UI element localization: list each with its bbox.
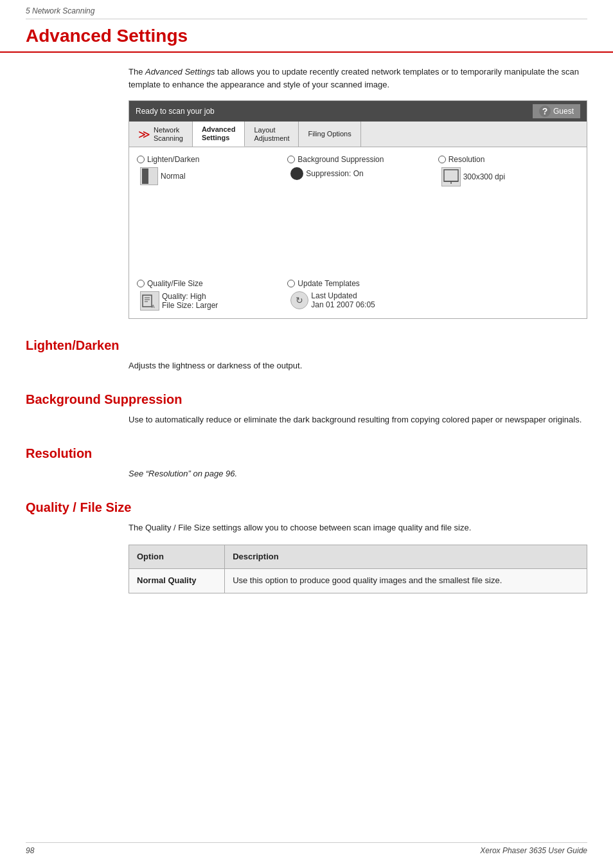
section-body-quality: The Quality / File Size settings allow y…: [129, 521, 587, 593]
table-header-description: Description: [225, 545, 587, 569]
resolution-icon: [441, 167, 461, 186]
guest-button[interactable]: ? Guest: [533, 104, 580, 118]
update-text-group: Last Updated Jan 01 2007 06:05: [311, 291, 375, 309]
tab-advanced-settings[interactable]: AdvancedSettings: [193, 122, 245, 147]
update-templates-radio[interactable]: [287, 280, 295, 287]
section-heading-lighten-darken: Lighten/Darken: [26, 338, 587, 353]
update-text1: Last Updated: [311, 291, 375, 300]
scanner-options-row2: Quality/File Size A Quality: Hig: [129, 276, 587, 318]
tab-network-scanning-label: NetworkScanning: [154, 126, 183, 143]
quality-icon: A: [140, 291, 159, 311]
scanner-panel: Ready to scan your job ? Guest ≫ Network…: [129, 100, 587, 319]
lighten-darken-slider[interactable]: [140, 167, 158, 185]
page-footer: 98 Xerox Phaser 3635 User Guide: [26, 842, 587, 855]
tab-network-scanning[interactable]: ≫ NetworkScanning: [129, 122, 193, 147]
intro-text: The Advanced Settings tab allows you to …: [129, 66, 613, 91]
scanner-header: Ready to scan your job ? Guest: [129, 101, 587, 122]
empty-col: [438, 279, 579, 311]
intro-text-before: The: [129, 67, 145, 77]
network-scan-icon: ≫: [138, 127, 150, 141]
update-icon: ↻: [290, 291, 308, 309]
svg-rect-3: [143, 295, 152, 307]
quality-text2: File Size: Larger: [162, 301, 218, 310]
footer-product: Xerox Phaser 3635 User Guide: [480, 846, 587, 855]
quality-label: Quality/File Size: [137, 279, 278, 288]
quality-text1: Quality: High: [162, 292, 218, 301]
bg-suppression-group: Background Suppression Suppression: On: [287, 155, 428, 268]
section-heading-resolution: Resolution: [26, 446, 587, 461]
lighten-darken-radio[interactable]: [137, 156, 145, 163]
footer-page-number: 98: [26, 846, 34, 855]
lighten-darken-text: Normal: [161, 172, 186, 181]
quality-table: Option Description Normal Quality Use th…: [129, 545, 587, 594]
resolution-text: 300x300 dpi: [463, 172, 505, 181]
bg-suppression-indicator[interactable]: [290, 167, 303, 180]
table-cell-option: Normal Quality: [129, 569, 225, 593]
scanner-options-row1: Lighten/Darken Normal Background Suppres…: [129, 147, 587, 276]
update-templates-label: Update Templates: [287, 279, 428, 288]
svg-rect-0: [444, 170, 458, 181]
update-templates-value: ↻ Last Updated Jan 01 2007 06:05: [290, 291, 428, 309]
resolution-value: 300x300 dpi: [441, 167, 579, 186]
section-body-bg-suppression: Use to automatically reduce or eliminate…: [129, 413, 587, 427]
tab-advanced-settings-label: AdvancedSettings: [202, 125, 236, 142]
resolution-group: Resolution 300x300 dpi: [438, 155, 579, 268]
page-title: Advanced Settings: [26, 26, 587, 51]
section-body-resolution: See “Resolution” on page 96.: [129, 467, 587, 481]
intro-italic: Advanced Settings: [145, 67, 215, 77]
bg-suppression-label: Background Suppression: [287, 155, 428, 164]
table-cell-description: Use this option to produce good quality …: [225, 569, 587, 593]
table-row: Normal Quality Use this option to produc…: [129, 569, 587, 593]
quality-radio[interactable]: [137, 280, 145, 287]
scanner-tabs: ≫ NetworkScanning AdvancedSettings Layou…: [129, 122, 587, 147]
tab-filing-options[interactable]: Filing Options: [299, 122, 360, 147]
scanner-header-text: Ready to scan your job: [136, 107, 215, 116]
svg-text:A: A: [152, 304, 155, 309]
quality-text-group: Quality: High File Size: Larger: [162, 292, 218, 310]
quality-value: A Quality: High File Size: Larger: [140, 291, 278, 311]
lighten-darken-value: Normal: [140, 167, 278, 185]
tab-layout-adjustment[interactable]: LayoutAdjustment: [245, 122, 299, 147]
tab-filing-options-label: Filing Options: [308, 130, 351, 138]
tab-layout-adjustment-label: LayoutAdjustment: [254, 126, 289, 143]
resolution-label: Resolution: [438, 155, 579, 164]
bg-suppression-value: Suppression: On: [290, 167, 428, 180]
guest-label: Guest: [553, 107, 574, 116]
section-heading-quality: Quality / File Size: [26, 500, 587, 515]
bg-suppression-text: Suppression: On: [306, 169, 363, 178]
quality-group: Quality/File Size A Quality: Hig: [137, 279, 278, 311]
section-body-lighten-darken: Adjusts the lightness or darkness of the…: [129, 359, 587, 373]
section-heading-bg-suppression: Background Suppression: [26, 392, 587, 407]
table-header-option: Option: [129, 545, 225, 569]
question-icon: ?: [539, 105, 551, 117]
resolution-radio[interactable]: [438, 156, 446, 163]
breadcrumb: 5 Network Scanning: [0, 0, 613, 19]
lighten-darken-label: Lighten/Darken: [137, 155, 278, 164]
page-title-section: Advanced Settings: [0, 19, 613, 53]
resolution-ref: See “Resolution” on page 96.: [129, 469, 237, 478]
bg-suppression-radio[interactable]: [287, 156, 295, 163]
update-templates-group: Update Templates ↻ Last Updated Jan 01 2…: [287, 279, 428, 311]
update-text2: Jan 01 2007 06:05: [311, 300, 375, 309]
lighten-darken-group: Lighten/Darken Normal: [137, 155, 278, 268]
